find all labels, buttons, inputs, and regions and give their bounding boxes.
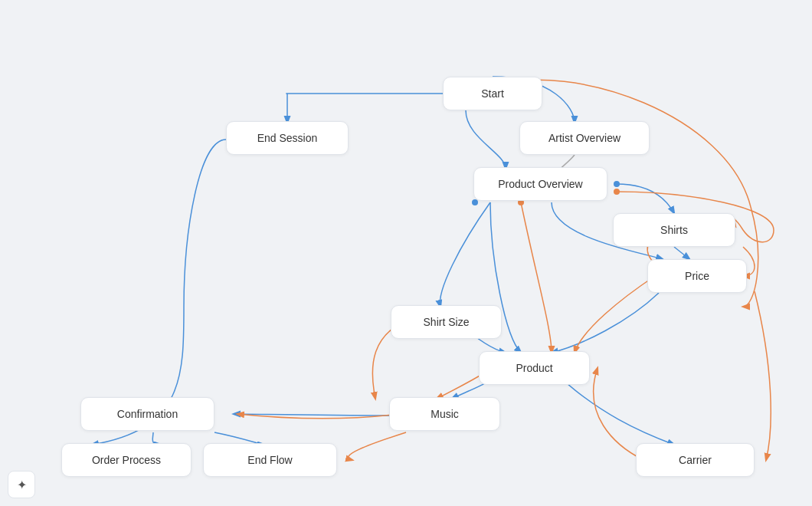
end-session-label: End Session xyxy=(257,132,318,144)
price-node[interactable]: Price xyxy=(647,259,747,293)
tool-icon[interactable]: ✦ xyxy=(8,471,35,498)
svg-point-4 xyxy=(614,189,620,195)
svg-point-3 xyxy=(614,181,620,187)
confirmation-label: Confirmation xyxy=(117,408,178,420)
order-process-label: Order Process xyxy=(92,454,161,466)
shirt-size-node[interactable]: Shirt Size xyxy=(391,305,502,339)
tool-icon-symbol: ✦ xyxy=(17,478,27,492)
product-node[interactable]: Product xyxy=(479,351,590,385)
product-overview-node[interactable]: Product Overview xyxy=(473,167,607,201)
music-node[interactable]: Music xyxy=(389,397,500,431)
end-flow-node[interactable]: End Flow xyxy=(203,443,337,477)
music-label: Music xyxy=(431,408,459,420)
artist-overview-node[interactable]: Artist Overview xyxy=(519,121,650,155)
shirts-node[interactable]: Shirts xyxy=(613,213,735,247)
product-label: Product xyxy=(516,362,552,374)
shirt-size-label: Shirt Size xyxy=(424,316,470,328)
end-flow-label: End Flow xyxy=(247,454,292,466)
start-label: Start xyxy=(481,87,504,100)
confirmation-node[interactable]: Confirmation xyxy=(80,397,214,431)
artist-overview-label: Artist Overview xyxy=(548,132,620,144)
price-label: Price xyxy=(685,270,709,282)
carrier-node[interactable]: Carrier xyxy=(636,443,755,477)
shirts-label: Shirts xyxy=(660,224,688,236)
product-overview-label: Product Overview xyxy=(498,178,582,190)
svg-point-2 xyxy=(472,199,478,205)
start-node[interactable]: Start xyxy=(443,77,542,110)
end-session-node[interactable]: End Session xyxy=(226,121,349,155)
order-process-node[interactable]: Order Process xyxy=(61,443,192,477)
carrier-label: Carrier xyxy=(679,454,712,466)
